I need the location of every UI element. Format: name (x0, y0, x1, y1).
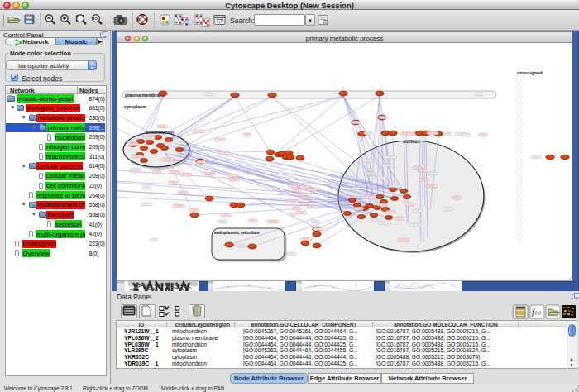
svg-text:cytoplasm: cytoplasm (124, 104, 146, 109)
svg-text:unassigned: unassigned (517, 70, 543, 75)
svg-text:nucleus: nucleus (403, 139, 420, 144)
svg-text:(x): (x) (535, 310, 541, 316)
svg-text:endoplasmic reticulum: endoplasmic reticulum (214, 230, 260, 235)
